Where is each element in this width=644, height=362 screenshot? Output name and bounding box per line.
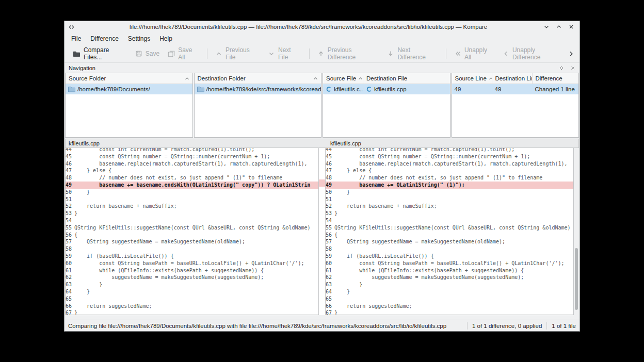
dock-title: Navigation xyxy=(69,65,95,71)
code-line: 58 xyxy=(326,245,573,253)
source-folder-row[interactable]: /home/fhek789/Documents/ xyxy=(66,84,192,94)
vertical-scrollbar[interactable] xyxy=(574,148,579,315)
code-line: 52 return basename + nameSuffix; xyxy=(66,203,318,210)
code-line: 56{ xyxy=(66,232,318,239)
difference-count: 1 of 1 difference, 0 applied xyxy=(472,323,542,329)
cpp-file-icon xyxy=(366,86,372,92)
chevron-down-icon xyxy=(268,50,275,57)
code-line: 56{ xyxy=(326,232,573,239)
unapply-all-button[interactable]: Unapply All xyxy=(450,44,498,63)
window-title: file:///home/fhek789/Documents/kfileutil… xyxy=(78,24,539,30)
difference-row[interactable]: 49 49 Changed 1 line xyxy=(452,84,579,94)
code-line: 58 xyxy=(66,245,318,253)
save-all-icon xyxy=(168,50,175,57)
navigation-dock-header: Navigation xyxy=(65,62,579,73)
source-pane-title: kfileutils.cpp xyxy=(69,140,100,146)
file-list: Source File Destination File kfileutils.… xyxy=(323,73,450,138)
code-line: 50 } xyxy=(66,189,318,196)
dock-close-icon[interactable] xyxy=(570,65,575,71)
code-line: 53} xyxy=(66,210,318,217)
save-button[interactable]: Save xyxy=(131,47,164,60)
code-line: 62 suggestedName = makeSuggestedName(sug… xyxy=(326,274,573,281)
folder-icon xyxy=(68,86,75,92)
arrow-up-icon xyxy=(317,50,325,57)
folder-icon xyxy=(197,86,204,92)
toolbar-overflow-button[interactable] xyxy=(567,48,575,59)
code-line: 53} xyxy=(326,210,573,217)
source-folder-list: Source Folder /home/fhek789/Documents/ xyxy=(65,73,193,138)
diff-changed-line[interactable]: 49 basename += QLatin1String(" (1)"); xyxy=(326,182,573,189)
difference-header[interactable]: Difference xyxy=(533,73,579,84)
line-difference-list: Source Line Destination Lir Difference 4… xyxy=(452,73,579,138)
source-folder-header[interactable]: Source Folder xyxy=(66,73,192,84)
chevron-up-icon xyxy=(215,50,222,57)
menu-file[interactable]: File xyxy=(67,33,86,44)
compare-files-button[interactable]: Compare Files... xyxy=(69,44,131,63)
destination-code-pane[interactable]: 44 const int currentNum = rmatch.capture… xyxy=(325,148,574,315)
code-line: 47 } else { xyxy=(326,167,573,174)
code-line: 66 return suggestedName; xyxy=(66,303,318,310)
menu-settings[interactable]: Settings xyxy=(123,33,155,44)
file-row[interactable]: kfileutils.c... kfileutils.cpp xyxy=(323,84,450,94)
maximize-button[interactable] xyxy=(554,23,564,31)
code-line: 52 return basename + nameSuffix; xyxy=(326,203,573,210)
destination-file-header[interactable]: Destination File xyxy=(363,73,450,84)
file-count: 1 of 1 file xyxy=(552,323,576,329)
code-line: 61 while (QFileInfo::exists(basePath + s… xyxy=(66,267,318,274)
next-file-button[interactable]: Next File xyxy=(264,44,305,63)
code-line: 67} xyxy=(326,309,573,315)
code-line: 48 // number does not exist, so just app… xyxy=(66,174,318,182)
unapply-difference-button[interactable]: Unapply Difference xyxy=(498,44,567,63)
code-line: 51 xyxy=(326,196,573,203)
code-line: 62 suggestedName = makeSuggestedName(sug… xyxy=(66,274,318,281)
code-line: 61 while (QFileInfo::exists(basePath + s… xyxy=(326,267,573,274)
diff-connector xyxy=(319,148,325,315)
close-button[interactable] xyxy=(567,23,576,31)
toolbar-separator xyxy=(309,48,310,59)
code-line: 60 const QString basePath = baseURL.toLo… xyxy=(326,260,573,267)
code-line: 60 const QString basePath = baseURL.toLo… xyxy=(66,260,318,267)
scrollbar-thumb[interactable] xyxy=(575,248,578,310)
code-line: 47 } else { xyxy=(66,167,318,174)
app-icon xyxy=(68,24,75,30)
toolbar-separator xyxy=(446,48,446,59)
statusbar-separator xyxy=(546,322,547,330)
code-line: 48 // number does not exist, so just app… xyxy=(326,174,573,182)
previous-file-button[interactable]: Previous File xyxy=(211,44,264,63)
source-code-pane[interactable]: 44 const int currentNum = rmatch.capture… xyxy=(65,148,319,315)
code-line: 65 xyxy=(66,295,318,303)
code-line: 64 } xyxy=(326,288,573,295)
code-line: 66 return suggestedName; xyxy=(326,303,573,310)
code-line: 51 xyxy=(66,196,318,203)
source-line-header[interactable]: Source Line xyxy=(452,73,492,84)
code-line: 64 } xyxy=(66,288,318,295)
statusbar: Comparing file file:///home/fhek789/Docu… xyxy=(65,320,579,331)
navigation-panel: Source Folder /home/fhek789/Documents/ xyxy=(65,73,579,138)
destination-line-header[interactable]: Destination Lir xyxy=(492,73,533,84)
code-line: 44 const int currentNum = rmatch.capture… xyxy=(326,148,573,153)
sort-ascending-icon xyxy=(358,77,363,80)
statusbar-separator xyxy=(467,322,468,330)
destination-folder-header[interactable]: Destination Folder xyxy=(195,73,321,84)
next-difference-button[interactable]: Next Difference xyxy=(383,44,442,63)
folder-open-icon xyxy=(73,50,81,57)
code-line: 44 const int currentNum = rmatch.capture… xyxy=(66,148,318,153)
menu-difference[interactable]: Difference xyxy=(86,33,123,44)
undo-icon xyxy=(502,50,509,57)
destination-folder-row[interactable]: /home/fhek789/kde/src/frameworks/kcoread… xyxy=(195,84,321,94)
code-line: 55QString KFileUtils::suggestName(const … xyxy=(66,224,318,232)
toolbar: Compare Files... Save Save All Previous … xyxy=(65,45,579,62)
minimize-button[interactable] xyxy=(542,23,551,31)
source-file-header[interactable]: Source File xyxy=(323,73,363,84)
diff-changed-line[interactable]: 49 basename += basename.endsWith(QLatin1… xyxy=(66,182,318,189)
code-line: 63 } xyxy=(66,281,318,288)
menu-help[interactable]: Help xyxy=(155,33,177,44)
status-message: Comparing file file:///home/fhek789/Docu… xyxy=(68,323,462,329)
dock-float-icon[interactable] xyxy=(559,65,564,71)
code-line: 54 xyxy=(66,217,318,224)
save-all-button[interactable]: Save All xyxy=(164,44,203,63)
code-line: 65 xyxy=(326,295,573,303)
cpp-file-icon xyxy=(326,86,332,92)
code-line: 46 basename.replace(rmatch.capturedStart… xyxy=(326,160,573,168)
previous-difference-button[interactable]: Previous Difference xyxy=(313,44,383,63)
